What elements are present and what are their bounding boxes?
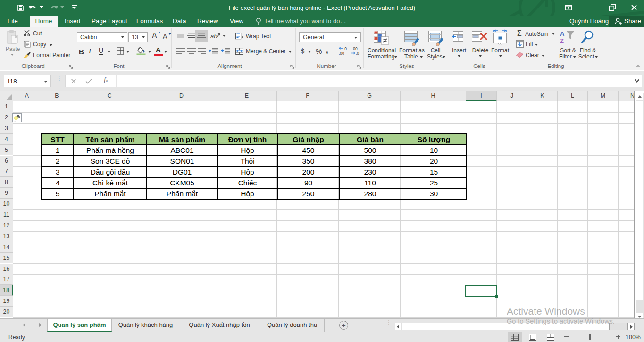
svg-text:.00: .00 [339,51,344,55]
svg-text:A: A [560,30,565,37]
svg-text:Z: Z [560,37,564,44]
svg-text:.00: .00 [352,46,358,51]
svg-text:ab: ab [210,33,217,40]
svg-text:.0: .0 [356,51,359,55]
svg-text:.0: .0 [343,46,347,51]
